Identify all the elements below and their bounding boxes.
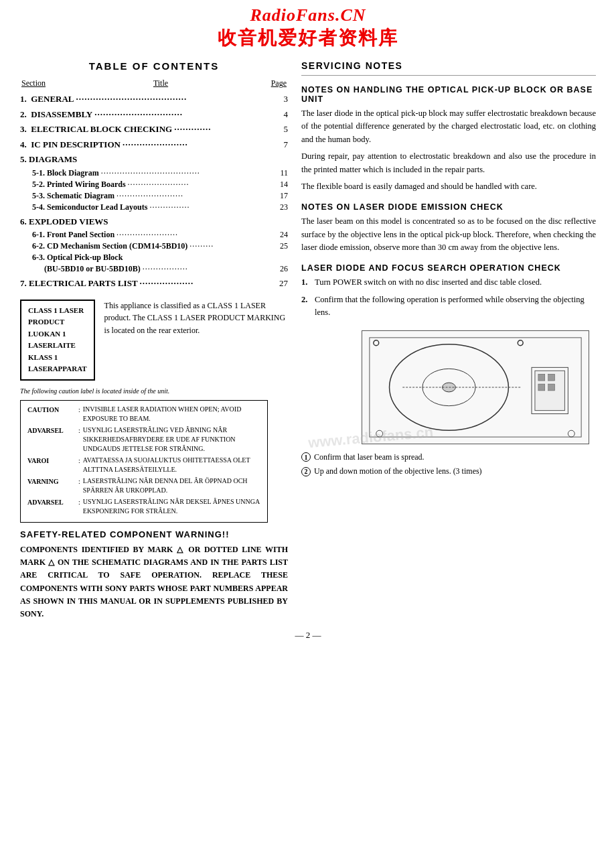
laser-label-box: CLASS 1 LASER PRODUCT LUOKAN 1 LASERLAIT… xyxy=(20,300,95,381)
main-content: TABLE OF CONTENTS Section Title Page 1. … xyxy=(0,54,616,620)
toc-sub-item: 5-3. Schematic Diagram··················… xyxy=(32,191,288,201)
caution-key: CAUTION xyxy=(27,405,76,423)
laser-check-list: 1.Turn POWER switch on with no disc inse… xyxy=(301,276,596,319)
check-num: 2. xyxy=(301,293,311,320)
svg-rect-9 xyxy=(538,374,545,381)
svg-point-14 xyxy=(568,430,574,437)
caution-box: CAUTION:INVISIBLE LASER RADIATION WHEN O… xyxy=(20,400,268,523)
toc-sub-page: 23 xyxy=(280,202,288,212)
caution-val: LASERSTRÂLING NÂR DENNA DEL ÂR ÖPPNAD OC… xyxy=(83,476,260,495)
laser-diode-heading: NOTES ON LASER DIODE EMISSION CHECK xyxy=(301,202,596,212)
toc-exploded-sub-dots2: ················· xyxy=(143,264,278,274)
caution-row: ADVARSEL:USYNLIG LASERSTRÂLING NÂR DEKSE… xyxy=(27,497,260,516)
optical-text-para: The laser diode in the optical pick-up b… xyxy=(301,107,596,146)
page-header: RadioFans.CN 收音机爱好者资料库 xyxy=(0,0,616,54)
optical-text-para: During repair, pay attention to electros… xyxy=(301,150,596,176)
toc-item: 3. ELECTRICAL BLOCK CHECKING············… xyxy=(20,123,288,136)
confirm-list: 1Confirm that laser beam is spread.2Up a… xyxy=(301,451,596,478)
toc-exploded-sub-label2: (BU-5BD10 or BU-5BD10B) xyxy=(44,264,141,274)
toc-item: 4. IC PIN DESCRIPTION···················… xyxy=(20,138,288,151)
toc-diagrams-group-title: 5. DIAGRAMS xyxy=(20,153,288,166)
confirm-text: Confirm that laser beam is spread. xyxy=(314,451,425,464)
caution-colon: : xyxy=(78,405,80,423)
toc-sub-dots: ························· xyxy=(117,191,278,201)
toc-electrical-page: 27 xyxy=(279,277,288,290)
toc-item-label: 4. IC PIN DESCRIPTION xyxy=(20,138,121,151)
caution-key: ADVARSEL xyxy=(27,426,76,454)
toc-heading: TABLE OF CONTENTS xyxy=(20,60,288,72)
caution-val: USYNLIG LASERSTRÂLING NÂR DEKSEL ÂPNES U… xyxy=(83,497,260,516)
right-column: SERVICING NOTES NOTES ON HANDLING THE OP… xyxy=(301,60,596,620)
toc-item-label: 1. GENERAL xyxy=(20,92,74,106)
svg-point-4 xyxy=(374,340,379,345)
toc-diagrams-subs: 5-1. Block Diagram······················… xyxy=(20,168,288,212)
toc-item-dots: ······································· xyxy=(76,92,282,106)
toc-electrical-dots: ··················· xyxy=(140,277,277,290)
optical-text-container: The laser diode in the optical pick-up b… xyxy=(301,107,596,193)
toc-exploded-group-title: 6. EXPLODED VIEWS xyxy=(20,215,288,228)
servicing-notes-heading: SERVICING NOTES xyxy=(301,60,596,71)
caution-val: INVISIBLE LASER RADIATION WHEN OPEN; AVO… xyxy=(83,405,260,423)
toc-exploded-sub-item-cont: (BU-5BD10 or BU-5BD10B)·················… xyxy=(32,264,288,274)
toc-sub-dots: ······················· xyxy=(128,180,278,190)
toc-exploded-sub-item: 6-1. Front Panel Section················… xyxy=(32,230,288,240)
confirm-text: Up and down motion of the objective lens… xyxy=(314,465,482,478)
caution-key: VARNING xyxy=(27,476,76,495)
check-list-item: 2.Confirm that the following operation i… xyxy=(301,293,596,320)
toc-sub-page: 11 xyxy=(280,168,288,178)
site-title-en: RadioFans.CN xyxy=(0,5,616,25)
toc-exploded-subs: 6-1. Front Panel Section················… xyxy=(20,230,288,274)
circle-num: 2 xyxy=(301,467,311,476)
toc-col-section: Section xyxy=(21,78,62,88)
toc-exploded-sub-dots: ······················· xyxy=(117,230,278,240)
toc-sub-label: 5-3. Schematic Diagram xyxy=(32,191,114,201)
caution-label: The following caution label is located i… xyxy=(20,387,288,395)
toc-sub-label: 5-1. Block Diagram xyxy=(32,168,99,178)
laser-line1: CLASS 1 LASER PRODUCT xyxy=(28,305,87,328)
toc-items-container: 1. GENERAL······························… xyxy=(20,92,288,151)
toc-diagrams-title: 5. DIAGRAMS xyxy=(20,153,77,166)
toc-exploded-sub-page: 25 xyxy=(280,241,288,251)
toc-header-row: Section Title Page xyxy=(20,78,288,88)
safety-heading: SAFETY-RELATED COMPONENT WARNING!! xyxy=(20,529,288,539)
svg-rect-11 xyxy=(538,384,545,391)
laser-diode-text: The laser beam on this model is concentr… xyxy=(301,215,596,254)
toc-exploded-sub-item: 6-3. Optical Pick-up Block xyxy=(32,253,288,263)
toc-col-title: Title xyxy=(62,78,260,88)
circle-num: 1 xyxy=(301,452,311,462)
toc-sub-page: 14 xyxy=(280,180,288,190)
toc-electrical-item: 7. ELECTRICAL PARTS LIST ···············… xyxy=(20,277,288,290)
toc-item: 2. DISASSEMBLY··························… xyxy=(20,108,288,121)
caution-row: VAROI:AVATTAESSA JA SUOJALUKTUS OHITETTA… xyxy=(27,456,260,474)
laser-line3: KLASS 1 LASERAPPARAT xyxy=(28,352,87,375)
toc-item-dots: ······················· xyxy=(123,138,282,151)
toc-item-dots: ············· xyxy=(174,123,281,136)
safety-text: COMPONENTS IDENTIFIED BY MARK △ OR DOTTE… xyxy=(20,543,288,620)
optical-text-para: The flexible board is easily damaged and… xyxy=(301,180,596,193)
svg-point-13 xyxy=(376,430,383,437)
section-divider-1 xyxy=(301,75,596,76)
caution-key: ADVARSEL xyxy=(27,497,76,516)
site-title-cn: 收音机爱好者资料库 xyxy=(0,25,616,51)
toc-exploded-sub-label: 6-1. Front Panel Section xyxy=(32,230,114,240)
toc-exploded-sub-label: 6-3. Optical Pick-up Block xyxy=(32,253,123,263)
caution-row: VARNING:LASERSTRÂLING NÂR DENNA DEL ÂR Ö… xyxy=(27,476,260,495)
toc-item-label: 3. ELECTRICAL BLOCK CHECKING xyxy=(20,123,172,136)
confirm-list-item: 2Up and down motion of the objective len… xyxy=(301,465,596,478)
toc-sub-dots: ··············· xyxy=(149,202,278,212)
diagram-area xyxy=(362,330,589,444)
caution-row: ADVARSEL:USYNLIG LASERSTRÂLING VED ÂBNIN… xyxy=(27,426,260,454)
check-list-item: 1.Turn POWER switch on with no disc inse… xyxy=(301,276,596,289)
caution-key: VAROI xyxy=(27,456,76,474)
svg-point-5 xyxy=(518,340,523,345)
toc-col-page: Page xyxy=(260,78,287,88)
toc-electrical-label: 7. ELECTRICAL PARTS LIST xyxy=(20,277,138,290)
svg-rect-10 xyxy=(548,374,555,381)
safety-section: SAFETY-RELATED COMPONENT WARNING!! COMPO… xyxy=(20,529,288,620)
laser-check-section: LASER DIODE AND FOCUS SEARCH OPERATION C… xyxy=(301,263,596,319)
toc-exploded-sub-dots: ········· xyxy=(189,241,278,251)
caution-colon: : xyxy=(78,476,80,495)
laser-product-text: This appliance is classified as a CLASS … xyxy=(104,300,288,337)
toc-item-dots: ······························· xyxy=(94,108,281,121)
toc-exploded-sub-item: 6-2. CD Mechanism Section (CDM14-5BD10)·… xyxy=(32,241,288,251)
